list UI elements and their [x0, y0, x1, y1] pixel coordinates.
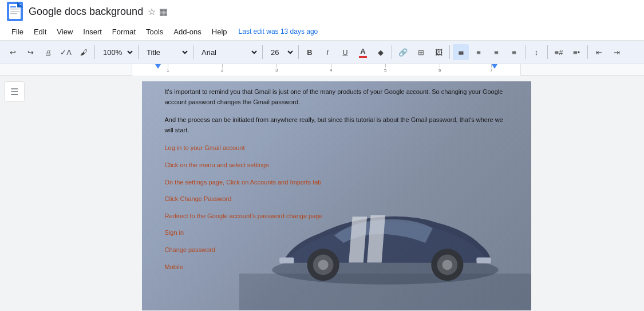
menu-addons[interactable]: Add-ons — [169, 26, 206, 38]
menu-tools[interactable]: Tools — [141, 26, 168, 38]
ruler-left-marker[interactable] — [155, 64, 161, 69]
menu-file[interactable]: File — [7, 26, 28, 38]
divider-3 — [193, 45, 193, 59]
font-select[interactable]: Arial — [196, 44, 259, 60]
font-size-select[interactable]: 26 — [266, 44, 295, 60]
menu-format[interactable]: Format — [108, 26, 140, 38]
insert-button[interactable]: ⊞ — [413, 44, 429, 60]
divider-6 — [392, 45, 392, 59]
align-justify-button[interactable]: ≡ — [506, 44, 522, 60]
ruler-mark-6: 7 — [490, 64, 492, 73]
sidebar-toggle-area: ☰ — [0, 76, 29, 311]
menu-insert[interactable]: Insert — [78, 26, 106, 38]
divider-7 — [449, 45, 450, 59]
bullet-list-button[interactable]: ≡• — [568, 44, 584, 60]
increase-indent-button[interactable]: ⇥ — [609, 44, 625, 60]
undo-button[interactable]: ↩ — [5, 44, 21, 60]
redo-button[interactable]: ↪ — [22, 44, 38, 60]
link-button[interactable]: 🔗 — [395, 44, 411, 60]
ruler-mark-2: 3 — [275, 64, 278, 73]
decrease-indent-button[interactable]: ⇤ — [591, 44, 607, 60]
ruler-mark-0: 1 — [167, 64, 169, 73]
color-bar — [359, 56, 367, 58]
align-left-button[interactable]: ≣ — [453, 44, 469, 60]
paragraph-2: And the process can be initiated from an… — [165, 115, 508, 135]
style-select[interactable]: Title — [141, 44, 190, 60]
list-item-2: On the settings page, Click on Accounts … — [165, 178, 508, 188]
spellcheck-button[interactable]: ✓A — [58, 44, 74, 60]
divider-8 — [525, 45, 526, 59]
divider-10 — [587, 45, 588, 59]
svg-rect-3 — [10, 9, 19, 10]
list-item-0: Log in to your Gmail account — [165, 143, 508, 153]
menu-help[interactable]: Help — [207, 26, 232, 38]
outline-icon: ☰ — [10, 86, 18, 97]
document-page[interactable]: It's important to remind you that Gmail … — [142, 81, 531, 310]
highlight-button[interactable]: ◆ — [373, 44, 389, 60]
last-edit-label[interactable]: Last edit was 13 days ago — [239, 27, 318, 36]
paragraph-1: It's important to remind you that Gmail … — [165, 87, 508, 107]
document-title[interactable]: Google docs background — [29, 6, 143, 18]
align-center-button[interactable]: ≡ — [471, 44, 487, 60]
svg-rect-2 — [10, 6, 16, 7]
print-button[interactable]: 🖨 — [40, 44, 56, 60]
text-color-label: A — [360, 47, 365, 56]
menu-edit[interactable]: Edit — [29, 26, 51, 38]
divider-2 — [138, 45, 139, 59]
list-item-4: Redirect to the Google account's passwor… — [165, 211, 508, 222]
ruler-mark-4: 5 — [384, 64, 386, 73]
svg-rect-5 — [10, 13, 17, 14]
list-item-3: Click Change Password — [165, 194, 508, 204]
list-item-1: Click on the menu and select settings — [165, 160, 508, 171]
main-area: ☰ — [0, 76, 644, 311]
toolbar: ↩ ↪ 🖨 ✓A 🖌 100% Title Arial 26 B I U A ◆… — [0, 40, 644, 64]
numbered-list-button[interactable]: ≡# — [551, 44, 567, 60]
text-content[interactable]: It's important to remind you that Gmail … — [142, 81, 531, 285]
ruler-mark-5: 6 — [438, 64, 441, 73]
align-right-button[interactable]: ≡ — [488, 44, 504, 60]
underline-button[interactable]: U — [337, 44, 353, 60]
italic-button[interactable]: I — [319, 44, 335, 60]
svg-rect-4 — [10, 11, 19, 12]
folder-icon[interactable]: ▦ — [159, 6, 168, 17]
bold-button[interactable]: B — [302, 44, 318, 60]
list-item-7: Mobile: — [165, 262, 508, 273]
menu-view[interactable]: View — [52, 26, 77, 38]
page-area: It's important to remind you that Gmail … — [29, 76, 644, 311]
ruler-mark-3: 4 — [330, 64, 332, 73]
page-content: It's important to remind you that Gmail … — [142, 81, 531, 310]
divider-1 — [94, 45, 95, 59]
list-item-6: Change password — [165, 245, 508, 255]
image-button[interactable]: 🖼 — [430, 44, 447, 60]
text-color-button[interactable]: A — [355, 44, 371, 60]
line-spacing-button[interactable]: ↕ — [528, 44, 544, 60]
title-bar: Google docs background ☆ ▦ — [0, 0, 644, 23]
ruler-inner: 1 2 3 4 5 6 7 — [132, 64, 521, 76]
divider-5 — [298, 45, 299, 59]
ruler: 1 2 3 4 5 6 7 — [0, 64, 644, 76]
title-icons: ☆ ▦ — [148, 6, 168, 17]
list-item-5: Sign in — [165, 228, 508, 238]
doc-icon — [7, 2, 23, 21]
menu-bar: File Edit View Insert Format Tools Add-o… — [0, 23, 644, 40]
zoom-select[interactable]: 100% — [98, 44, 135, 60]
star-icon[interactable]: ☆ — [148, 6, 156, 17]
ruler-right-marker[interactable] — [492, 64, 497, 69]
divider-9 — [547, 45, 548, 59]
ruler-mark-1: 2 — [221, 64, 223, 73]
divider-4 — [262, 45, 263, 59]
paintformat-button[interactable]: 🖌 — [76, 44, 92, 60]
outline-toggle-button[interactable]: ☰ — [4, 81, 25, 102]
